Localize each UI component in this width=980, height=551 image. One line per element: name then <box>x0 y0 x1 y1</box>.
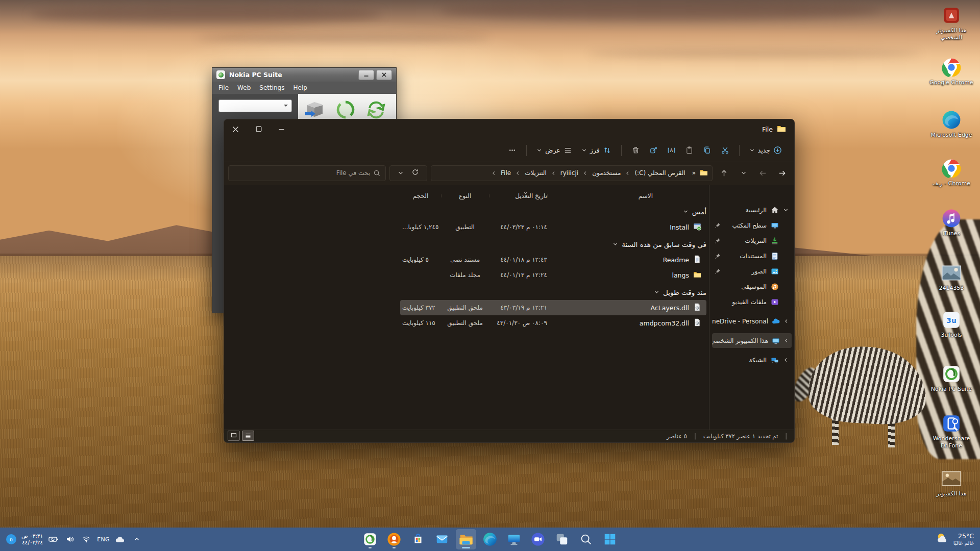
taskbar-mail-button[interactable] <box>432 529 452 549</box>
breadcrumb-segment[interactable]: القرص المحلي (C:) <box>632 168 688 178</box>
more-options-button[interactable] <box>504 143 521 157</box>
group-header[interactable]: منذ وقت طويل <box>400 285 706 300</box>
nokia-menu-file[interactable]: File <box>218 84 229 91</box>
desktop-shortcut-edge[interactable]: Microsoft Edge <box>928 110 975 139</box>
volume-icon[interactable] <box>64 534 76 545</box>
group-collapse-chevron-icon[interactable] <box>683 208 689 216</box>
chevron-down-icon[interactable] <box>782 207 789 213</box>
desktop-shortcut-itunes[interactable]: iTunes <box>928 208 975 237</box>
nokia-menu-help[interactable]: Help <box>293 84 307 91</box>
column-header-size[interactable]: الحجم <box>400 192 441 199</box>
taskbar-nokia-pc-suite-button[interactable] <box>360 529 380 549</box>
forward-button[interactable] <box>755 166 771 181</box>
breadcrumb-segment[interactable]: التنزيلات <box>522 168 549 178</box>
notification-badge[interactable]: ٥ <box>6 534 16 544</box>
cut-button[interactable] <box>717 143 733 157</box>
breadcrumb-chevron-icon[interactable] <box>551 170 556 176</box>
breadcrumb-chevron-icon[interactable] <box>515 170 521 176</box>
group-collapse-chevron-icon[interactable] <box>654 288 659 296</box>
view-button[interactable]: عرض <box>532 143 576 158</box>
search-input[interactable] <box>229 166 385 181</box>
address-dropdown-chevron-icon[interactable] <box>398 168 404 178</box>
sidebar-item[interactable]: الرئيسية <box>712 203 792 217</box>
copy-button[interactable] <box>699 143 716 157</box>
taskbar-microsoft-store-button[interactable] <box>408 529 428 549</box>
column-header-date[interactable]: تاريخ التعديل <box>489 192 547 199</box>
desktop-shortcut-red-app[interactable]: هذا الكمبيوتر الشخصي <box>928 5 975 41</box>
desktop-shortcut-3utools[interactable]: 3u3uTools <box>928 310 975 339</box>
taskbar-desktop-app-button[interactable] <box>504 529 524 549</box>
sidebar-item[interactable]: OneDrive - Personal <box>712 314 792 329</box>
explorer-title-bar[interactable]: File <box>224 119 794 139</box>
nokia-menu-settings[interactable]: Settings <box>259 84 284 91</box>
recent-locations-chevron-icon[interactable] <box>736 166 751 181</box>
group-header[interactable]: في وقت سابق من هذه السنة <box>400 237 706 252</box>
rename-button[interactable]: A <box>663 143 680 157</box>
breadcrumb-segment[interactable]: مستخدمون <box>590 168 623 178</box>
desktop-shortcut-chrome[interactable]: Google Chrome <box>928 57 975 86</box>
sort-button[interactable]: فرز <box>577 143 616 158</box>
weather-widget[interactable]: 25°C غائم غالبًا <box>929 528 980 551</box>
column-header-name[interactable]: الاسم <box>547 192 706 199</box>
breadcrumb-chevron-icon[interactable] <box>582 170 588 176</box>
chevron-left-icon[interactable] <box>783 318 789 324</box>
nokia-title-bar[interactable]: Nokia PC Suite <box>212 68 396 82</box>
breadcrumb-chevron-icon[interactable] <box>625 170 630 176</box>
desktop-shortcut-photo[interactable]: 2414353 <box>928 263 975 292</box>
file-row[interactable]: amdpcom32.dll٠٨:٠٩ ص ٤٣/٠١/٣٠ملحق التطبي… <box>400 315 706 331</box>
taskbar-start-button[interactable] <box>600 529 620 549</box>
file-row[interactable]: AcLayers.dll١٢:٢١ م ٤٣/٠٣/١٩ملحق التطبيق… <box>400 300 706 315</box>
show-hidden-icons-chevron[interactable] <box>131 534 142 545</box>
sidebar-item[interactable]: هذا الكمبيوتر الشخصي <box>712 333 792 348</box>
taskbar-chat-button[interactable] <box>528 529 548 549</box>
desktop-shortcut-drfone[interactable]: Wondershare Dr.Fone <box>928 413 975 449</box>
file-row[interactable]: Install٠١:١٤ م ٤٤/٠٣/٢٣التطبيق...١,٢٤٥ ك… <box>400 219 706 235</box>
taskbar-file-explorer-button[interactable] <box>456 529 476 549</box>
sidebar-item[interactable]: ملفات الفيديو <box>712 294 792 309</box>
nokia-close-button[interactable] <box>376 70 392 80</box>
refresh-icon[interactable] <box>411 168 419 178</box>
share-button[interactable] <box>645 143 662 157</box>
up-button[interactable] <box>716 166 732 181</box>
nokia-menu-web[interactable]: Web <box>237 84 251 91</box>
close-button[interactable] <box>224 119 247 139</box>
desktop-shortcut-nokia[interactable]: Nokia PC Suite <box>928 364 975 393</box>
sidebar-item[interactable]: الصور <box>712 264 792 279</box>
onedrive-tray-icon[interactable] <box>115 534 126 545</box>
input-language[interactable]: ENG <box>97 536 110 543</box>
group-header[interactable]: أمس <box>400 204 706 219</box>
breadcrumb[interactable]: «القرص المحلي (C:)مستخدمونryiiicjiالتنزي… <box>431 165 713 181</box>
column-header-type[interactable]: النوع <box>441 192 489 199</box>
breadcrumb-segment[interactable]: File <box>498 168 513 178</box>
breadcrumb-overflow[interactable]: « <box>690 168 698 178</box>
sidebar-item[interactable]: المستندات <box>712 248 792 263</box>
delete-button[interactable] <box>627 143 644 157</box>
large-icons-view-button[interactable] <box>228 431 240 441</box>
group-collapse-chevron-icon[interactable] <box>612 240 618 248</box>
details-view-button[interactable] <box>242 431 254 441</box>
taskbar-search-button[interactable] <box>576 529 596 549</box>
explorer-tab[interactable]: File <box>762 124 794 135</box>
sidebar-item[interactable]: الشبكة <box>712 353 792 367</box>
taskbar-microsoft-edge-button[interactable] <box>480 529 500 549</box>
desktop-shortcut-photo2[interactable]: هذا الكمبيوتر <box>928 468 975 497</box>
nokia-minimize-button[interactable] <box>358 70 374 80</box>
chevron-left-icon[interactable] <box>782 357 789 363</box>
new-button[interactable]: جديد <box>745 143 786 158</box>
desktop-shortcut-chrome[interactable]: ريف - Chrome <box>928 158 975 187</box>
chevron-left-icon[interactable] <box>783 338 789 343</box>
paste-button[interactable] <box>681 143 698 157</box>
sidebar-item[interactable]: التنزيلات <box>712 233 792 248</box>
breadcrumb-chevron-icon[interactable] <box>491 170 497 176</box>
breadcrumb-segment[interactable]: ryiiicji <box>558 168 581 178</box>
file-row[interactable]: langs١٢:٢٤ م ٤٤/٠١/١٣مجلد ملفات <box>400 267 706 283</box>
clock[interactable]: ٠٣:٣١ ص ٤٤/٠٣/٢٤ <box>21 533 43 546</box>
taskbar-task-view-button[interactable] <box>552 529 572 549</box>
back-button[interactable] <box>774 166 790 181</box>
nokia-device-dropdown[interactable] <box>218 99 292 112</box>
sidebar-item[interactable]: سطح المكتب <box>712 218 792 233</box>
battery-icon[interactable] <box>48 534 59 545</box>
taskbar-orange-app-button[interactable] <box>384 529 404 549</box>
minimize-button[interactable] <box>270 119 293 139</box>
maximize-button[interactable] <box>247 119 270 139</box>
